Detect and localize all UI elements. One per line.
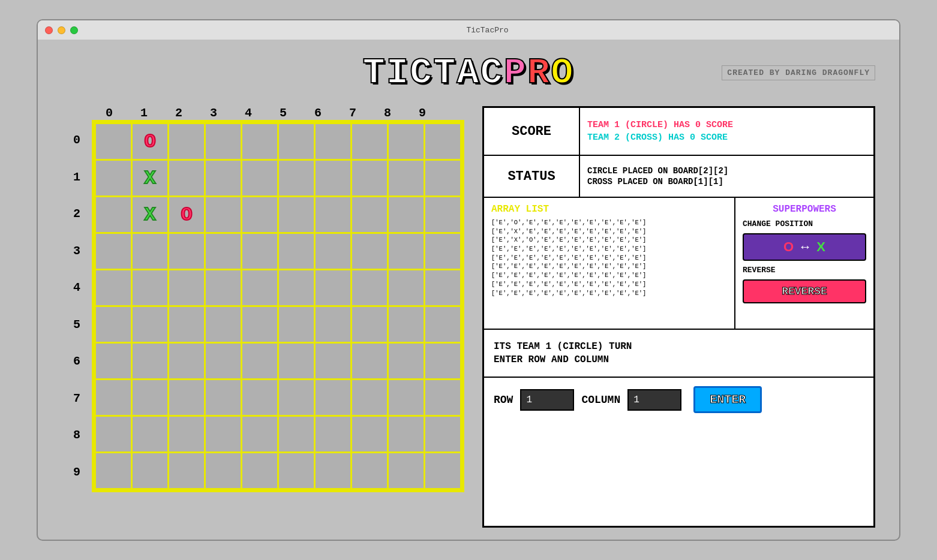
cell-9-7[interactable] [352,453,387,488]
reverse-button[interactable]: REVERSE [743,279,866,303]
cell-0-8[interactable] [389,124,424,159]
cell-0-0[interactable] [96,124,131,159]
cell-8-9[interactable] [425,417,460,451]
cell-8-5[interactable] [279,417,314,451]
cell-9-5[interactable] [279,453,314,488]
cell-1-7[interactable] [352,161,387,195]
cell-6-5[interactable] [279,344,314,378]
cell-6-1[interactable] [133,344,167,378]
col-input[interactable] [627,389,681,411]
cell-8-0[interactable] [96,417,131,451]
cell-4-0[interactable] [96,270,131,305]
cell-7-6[interactable] [316,380,350,415]
cell-2-0[interactable] [96,197,131,232]
cell-8-4[interactable] [242,417,277,451]
cell-9-8[interactable] [389,453,424,488]
cell-0-9[interactable] [425,124,460,159]
cell-6-3[interactable] [206,344,241,378]
cell-2-5[interactable] [279,197,314,232]
cell-2-9[interactable] [425,197,460,232]
cell-8-6[interactable] [316,417,350,451]
cell-5-7[interactable] [352,307,387,342]
cell-7-8[interactable] [389,380,424,415]
cell-6-9[interactable] [425,344,460,378]
cell-2-8[interactable] [389,197,424,232]
cell-3-9[interactable] [425,234,460,269]
cell-8-2[interactable] [169,417,204,451]
cell-7-7[interactable] [352,380,387,415]
cell-5-4[interactable] [242,307,277,342]
cell-4-2[interactable] [169,270,204,305]
cell-2-1[interactable]: X [133,197,167,232]
cell-4-8[interactable] [389,270,424,305]
cell-6-6[interactable] [316,344,350,378]
maximize-btn[interactable] [70,26,78,34]
cell-8-3[interactable] [206,417,241,451]
cell-7-0[interactable] [96,380,131,415]
cell-5-9[interactable] [425,307,460,342]
cell-1-8[interactable] [389,161,424,195]
cell-9-3[interactable] [206,453,241,488]
cell-9-4[interactable] [242,453,277,488]
cell-0-1[interactable]: O [133,124,167,159]
cell-1-9[interactable] [425,161,460,195]
cell-3-0[interactable] [96,234,131,269]
cell-7-5[interactable] [279,380,314,415]
cell-3-3[interactable] [206,234,241,269]
cell-6-2[interactable] [169,344,204,378]
cell-4-3[interactable] [206,270,241,305]
cell-9-1[interactable] [133,453,167,488]
cell-2-4[interactable] [242,197,277,232]
enter-button[interactable]: ENTER [693,386,762,413]
cell-9-6[interactable] [316,453,350,488]
cell-6-0[interactable] [96,344,131,378]
cell-7-9[interactable] [425,380,460,415]
cell-1-5[interactable] [279,161,314,195]
cell-3-7[interactable] [352,234,387,269]
cell-4-9[interactable] [425,270,460,305]
cell-2-6[interactable] [316,197,350,232]
cell-0-3[interactable] [206,124,241,159]
change-position-button[interactable]: O ↔ X [743,233,866,261]
cell-5-3[interactable] [206,307,241,342]
cell-3-5[interactable] [279,234,314,269]
cell-3-4[interactable] [242,234,277,269]
cell-0-5[interactable] [279,124,314,159]
cell-3-6[interactable] [316,234,350,269]
cell-9-2[interactable] [169,453,204,488]
cell-9-0[interactable] [96,453,131,488]
cell-4-7[interactable] [352,270,387,305]
cell-0-4[interactable] [242,124,277,159]
cell-2-7[interactable] [352,197,387,232]
cell-7-3[interactable] [206,380,241,415]
cell-4-1[interactable] [133,270,167,305]
cell-8-8[interactable] [389,417,424,451]
cell-8-7[interactable] [352,417,387,451]
cell-4-5[interactable] [279,270,314,305]
cell-3-2[interactable] [169,234,204,269]
close-btn[interactable] [45,26,53,34]
cell-2-3[interactable] [206,197,241,232]
cell-3-1[interactable] [133,234,167,269]
cell-5-8[interactable] [389,307,424,342]
cell-1-6[interactable] [316,161,350,195]
cell-1-3[interactable] [206,161,241,195]
cell-1-4[interactable] [242,161,277,195]
cell-6-4[interactable] [242,344,277,378]
cell-0-2[interactable] [169,124,204,159]
cell-0-7[interactable] [352,124,387,159]
cell-1-2[interactable] [169,161,204,195]
cell-7-1[interactable] [133,380,167,415]
row-input[interactable] [520,389,574,411]
cell-4-4[interactable] [242,270,277,305]
cell-0-6[interactable] [316,124,350,159]
cell-1-0[interactable] [96,161,131,195]
cell-5-1[interactable] [133,307,167,342]
cell-5-6[interactable] [316,307,350,342]
cell-5-2[interactable] [169,307,204,342]
minimize-btn[interactable] [58,26,65,34]
cell-1-1[interactable]: X [133,161,167,195]
cell-5-0[interactable] [96,307,131,342]
cell-3-8[interactable] [389,234,424,269]
cell-7-4[interactable] [242,380,277,415]
